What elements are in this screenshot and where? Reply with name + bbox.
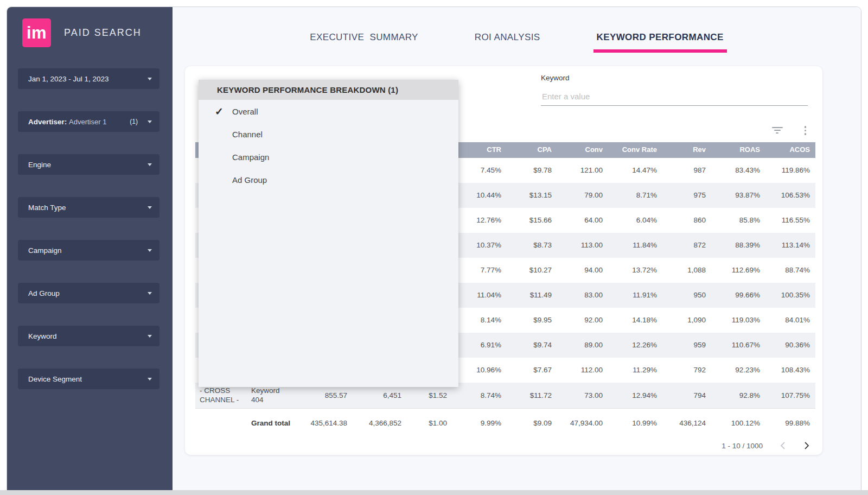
grand-total-cell: 10.99% — [608, 415, 662, 431]
table-cell: $10.27 — [507, 262, 557, 278]
chevron-down-icon — [148, 335, 152, 338]
chevron-down-icon — [148, 378, 152, 380]
table-cell: 11.91% — [608, 287, 662, 303]
table-cell: 855.57 — [296, 388, 353, 404]
tab-roi-analysis[interactable]: ROI ANALYSIS — [473, 23, 542, 52]
table-cell: 1,090 — [662, 312, 711, 328]
breakdown-dropdown-title: KEYWORD PERFORMANCE BREAKDOWN (1) — [199, 80, 458, 100]
table-header-cell[interactable]: Conv — [557, 142, 608, 158]
table-header-cell[interactable]: ACOS — [765, 142, 815, 158]
chevron-down-icon — [148, 206, 152, 209]
table-cell: $8.73 — [507, 237, 557, 253]
table-cell: $11.49 — [507, 287, 557, 303]
chevron-down-icon — [148, 78, 152, 80]
table-cell: 8.71% — [608, 187, 662, 204]
table-header-cell[interactable]: CTR — [452, 142, 507, 158]
table-cell: 83.00 — [557, 287, 608, 303]
table-cell: 113.00 — [557, 237, 608, 253]
table-cell: 89.00 — [557, 337, 608, 353]
window-bottom-edge — [0, 490, 868, 495]
brand: im PAID SEARCH — [22, 18, 142, 47]
advertiser-count-badge: (1) — [130, 118, 138, 125]
table-cell: 11.29% — [608, 362, 662, 378]
page-title: PAID SEARCH — [64, 27, 142, 39]
table-cell: 79.00 — [557, 187, 608, 204]
match-type-filter[interactable]: Match Type — [18, 197, 159, 218]
engine-filter[interactable]: Engine — [18, 154, 159, 175]
grand-total-cell: 100.12% — [711, 415, 765, 431]
keyword-filter-pill[interactable]: Keyword — [18, 326, 159, 346]
pagination-range: 1 - 10 / 1000 — [722, 442, 763, 450]
grand-total-cell: $1.00 — [407, 415, 452, 431]
table-cell: $13.15 — [507, 187, 557, 204]
breakdown-option-overall[interactable]: ✓ Overall — [199, 100, 458, 123]
table-cell: 11.84% — [608, 237, 662, 253]
breakdown-dropdown: KEYWORD PERFORMANCE BREAKDOWN (1) ✓ Over… — [199, 80, 458, 387]
grand-total-cell: 435,614.38 — [296, 415, 353, 431]
ad-group-filter[interactable]: Ad Group — [18, 283, 159, 303]
breakdown-option-campaign[interactable]: Campaign — [199, 145, 458, 168]
campaign-filter[interactable]: Campaign — [18, 240, 159, 261]
grand-total-cell: 4,366,852 — [353, 415, 407, 431]
breakdown-option-ad-group[interactable]: Ad Group — [199, 168, 458, 191]
table-cell: 92.8% — [711, 388, 765, 404]
table-cell: 12.26% — [608, 337, 662, 353]
table-cell: 112.00 — [557, 362, 608, 378]
table-cell: 1,088 — [662, 262, 711, 278]
keyword-search-input[interactable] — [541, 90, 808, 106]
campaign-label: Campaign — [28, 246, 148, 255]
table-cell: 792 — [662, 362, 711, 378]
table-cell: 6.91% — [452, 337, 507, 353]
table-cell: 100.35% — [765, 287, 815, 303]
table-cell: 8.14% — [452, 312, 507, 328]
table-header-cell[interactable]: Conv Rate — [608, 142, 662, 158]
table-header-cell[interactable]: ROAS — [711, 142, 765, 158]
table-cell: 73.00 — [557, 388, 608, 404]
table-cell: 113.14% — [765, 237, 815, 253]
filter-icon[interactable] — [771, 126, 784, 135]
device-segment-filter[interactable]: Device Segment — [18, 369, 159, 389]
table-cell: $7.67 — [507, 362, 557, 378]
table-cell: 7.77% — [452, 262, 507, 278]
table-cell: 99.66% — [711, 287, 765, 303]
table-cell: $9.78 — [507, 162, 557, 179]
table-cell: 14.47% — [608, 162, 662, 179]
grand-total-cell: 436,124 — [662, 415, 711, 431]
table-cell: 950 — [662, 287, 711, 303]
breakdown-option-label: Channel — [232, 130, 263, 139]
table-cell: 11.04% — [452, 287, 507, 303]
table-cell: 987 — [662, 162, 711, 179]
table-cell: 12.76% — [452, 212, 507, 229]
table-toolbar — [771, 125, 808, 136]
check-icon: ✓ — [215, 105, 224, 118]
tab-executive-summary[interactable]: EXECUTIVE SUMMARY — [308, 23, 420, 52]
next-page-icon[interactable] — [803, 441, 810, 450]
grand-total-cell: Grand total — [247, 415, 296, 431]
advertiser-label: Advertiser: Advertiser 1 — [28, 118, 130, 126]
table-cell: 64.00 — [557, 212, 608, 229]
date-range-filter[interactable]: Jan 1, 2023 - Jul 1, 2023 — [18, 68, 159, 89]
device-segment-label: Device Segment — [28, 375, 148, 383]
table-cell: 119.03% — [711, 312, 765, 328]
tab-keyword-performance[interactable]: KEYWORD PERFORMANCE — [595, 23, 726, 52]
date-range-label: Jan 1, 2023 - Jul 1, 2023 — [28, 75, 148, 83]
table-row: Grand total435,614.384,366,852$1.009.99%… — [195, 408, 815, 437]
pagination: 1 - 10 / 1000 — [722, 437, 810, 454]
prev-page-icon[interactable] — [779, 441, 787, 450]
kebab-menu-icon[interactable] — [803, 125, 808, 136]
table-cell: 12.94% — [608, 388, 662, 404]
sidebar-filters: Jan 1, 2023 - Jul 1, 2023 Advertiser: Ad… — [18, 68, 159, 389]
table-header-cell[interactable]: Rev — [662, 142, 711, 158]
table-cell: $9.74 — [507, 337, 557, 353]
advertiser-filter[interactable]: Advertiser: Advertiser 1 (1) — [18, 111, 159, 132]
table-cell: $11.72 — [507, 388, 557, 404]
report-tabs: EXECUTIVE SUMMARY ROI ANALYSIS KEYWORD P… — [173, 23, 861, 52]
table-cell: 116.55% — [765, 212, 815, 229]
table-header-cell[interactable]: CPA — [507, 142, 557, 158]
chevron-down-icon — [148, 163, 152, 166]
breakdown-option-channel[interactable]: Channel — [199, 123, 458, 145]
chevron-down-icon — [148, 120, 152, 123]
table-cell: 92.23% — [711, 362, 765, 378]
im-logo-icon: im — [22, 18, 51, 47]
table-cell: 860 — [662, 212, 711, 229]
